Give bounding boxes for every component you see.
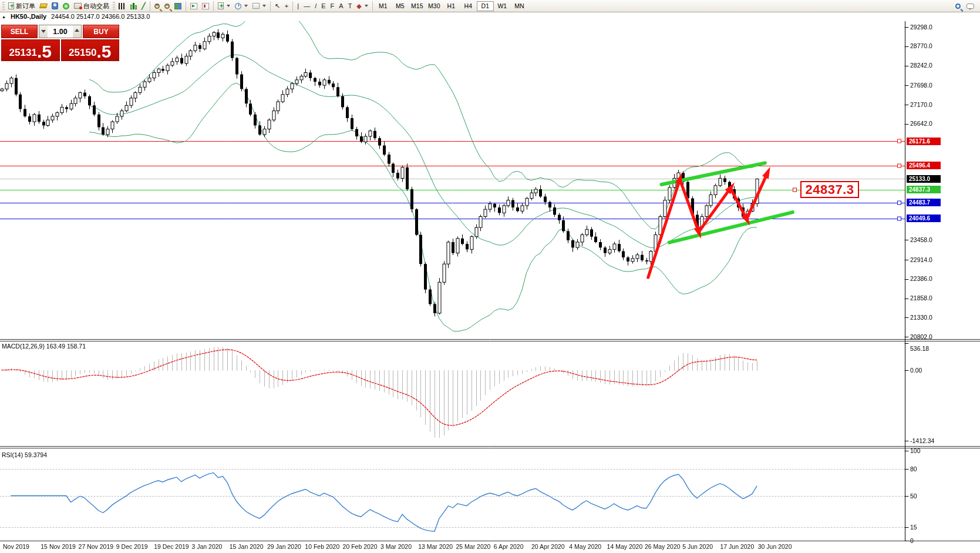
fibonacci-button[interactable]: F [328,1,337,12]
price-line-label: 24837.3 [907,186,941,193]
timeframe-button-m1[interactable]: M1 [375,1,392,11]
date-axis-label: 29 Jan 2020 [267,543,301,550]
auto-arrange-button[interactable] [188,1,200,12]
data-window-button[interactable] [49,1,60,12]
toolbar-separator [372,1,373,11]
price-axis-label: 29298.0 [910,24,932,31]
new-chart-icon [218,2,224,9]
tile-windows-button[interactable] [172,1,184,12]
price-callout[interactable]: 24837.3 [800,181,859,198]
volume-input[interactable] [48,25,73,38]
macd-scale-min: -1412.34 [910,437,934,445]
tile-windows-icon [174,3,181,9]
cursor-icon: ↖ [275,2,280,10]
date-axis-label: 20 Feb 2020 [343,543,378,550]
rsi-scale-label: 15 [910,524,917,531]
rsi-scale-label: 80 [910,465,917,473]
timeframe-button-m5[interactable]: M5 [392,1,409,11]
sell-price-display[interactable]: 25131 .5 [1,39,60,61]
template-button[interactable] [250,1,268,12]
price-axis-label: 21330.0 [910,314,932,321]
bar-chart-button[interactable] [116,1,128,12]
chevron-down-icon [227,5,230,7]
text-button[interactable]: A [336,1,345,12]
line-chart-button[interactable]: ╱ [139,1,148,12]
date-axis-label: 17 Jun 2020 [720,543,754,550]
chart-title: ▲ HK50-,Daily 24454.0 25147.0 24366.0 25… [2,13,150,20]
timeframe-button-h4[interactable]: H4 [460,1,477,11]
price-line-label: 24483.7 [907,199,941,206]
label-button[interactable]: T [346,1,355,12]
rsi-scale-label: 100 [910,447,921,455]
price-axis-label: 27698.0 [910,82,932,89]
buy-price-frac: .5 [96,43,111,60]
trendline-icon: / [315,2,316,9]
timeframe-button-h1[interactable]: H1 [443,1,460,11]
channel-button[interactable]: E [319,1,328,12]
horizontal-line-button[interactable]: — [301,1,312,12]
text-tool-icon: A [339,2,343,9]
person-icon [52,2,58,9]
toolbar-separator [213,1,214,11]
timeframe-button-mn[interactable]: MN [511,1,528,11]
gold-icon [39,4,48,8]
new-order-button[interactable]: 新订单 [6,1,38,12]
buy-button[interactable]: BUY [83,25,119,38]
volume-increase-button[interactable] [73,25,81,38]
zoom-in-icon: + [154,4,160,9]
date-axis-label: 15 Nov 2019 [41,543,76,550]
date-axis-label: 27 Nov 2019 [79,543,114,550]
chat-icon[interactable] [966,4,974,9]
price-axis-label: 22914.0 [910,256,932,264]
volume-decrease-button[interactable] [39,25,48,38]
price-axis-label: 27170.0 [910,101,932,109]
cursor-button[interactable]: ↖ [272,1,282,12]
date-axis-label: 19 Dec 2019 [154,543,189,550]
volume-stepper [39,25,82,38]
new-chart-button[interactable] [215,1,233,12]
current-price-label: 25133.0 [907,175,941,183]
vertical-line-button[interactable]: | [295,1,301,12]
date-axis-label: 14 May 2020 [607,543,643,550]
trendline-button[interactable]: / [312,1,319,12]
main-chart-canvas[interactable] [0,21,980,553]
timeframe-button-d1[interactable]: D1 [477,1,494,11]
chart-shift-button[interactable] [200,1,211,12]
period-button[interactable] [233,1,250,12]
zoom-out-button[interactable]: − [162,1,172,12]
candlestick-icon [130,2,137,9]
price-axis-label: 26642.0 [910,120,932,128]
fibonacci-icon: F [331,2,335,9]
date-axis-label: 10 Feb 2020 [305,543,339,550]
date-axis-label: 25 Mar 2020 [456,543,490,550]
arrows-button[interactable]: ◆ [354,1,370,12]
buy-price-display[interactable]: 25150 .5 [61,39,120,61]
chart-window: ▲ HK50-,Daily 24454.0 25147.0 24366.0 25… [0,12,980,553]
search-icon[interactable] [955,4,961,9]
toolbar-separator [186,1,186,11]
symbol-period-label: HK50-,Daily [11,13,46,20]
autotrading-button[interactable]: 自动交易 [72,1,112,12]
macd-indicator-label: MACD(12,26,9) 163.49 158.71 [2,343,86,350]
timeframe-button-m15[interactable]: M15 [409,1,426,11]
arrows-icon: ◆ [356,2,361,10]
ohlc-readout: 24454.0 25147.0 24366.0 25133.0 [51,13,150,20]
rsi-indicator-label: RSI(14) 59.3794 [2,451,47,458]
candlestick-chart-button[interactable] [128,1,139,12]
date-axis-label: 3 Mar 2020 [380,543,412,550]
sell-price-main: 25131 [9,46,37,60]
zoom-in-button[interactable]: + [152,1,162,12]
crosshair-button[interactable]: + [282,1,291,12]
template-icon [252,3,260,9]
top-toolbar: 新订单 自动交易 ╱ + − ↖ + | — / E F A T ◆ [0,0,980,12]
rsi-scale-label: 0 [910,537,914,545]
timeframe-button-m30[interactable]: M30 [426,1,443,11]
auto-arrange-icon [190,3,197,9]
buy-price-main: 25150 [69,46,96,60]
navigator-button[interactable] [60,1,72,12]
sell-button[interactable]: SELL [1,25,38,38]
date-axis-label: 3 Jan 2020 [191,543,222,550]
timeframe-button-w1[interactable]: W1 [494,1,511,11]
date-axis-label: 26 May 2020 [645,543,681,550]
market-watch-button[interactable] [38,1,49,12]
